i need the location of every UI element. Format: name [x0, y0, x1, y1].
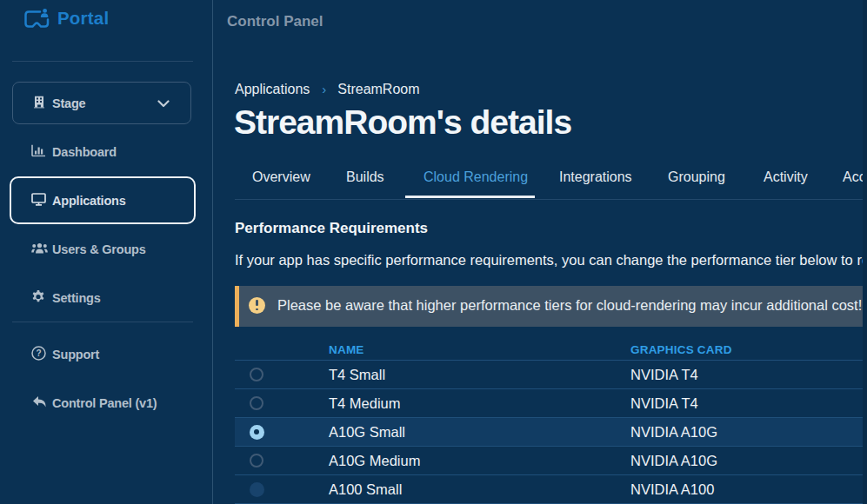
- svg-text:?: ?: [37, 348, 42, 358]
